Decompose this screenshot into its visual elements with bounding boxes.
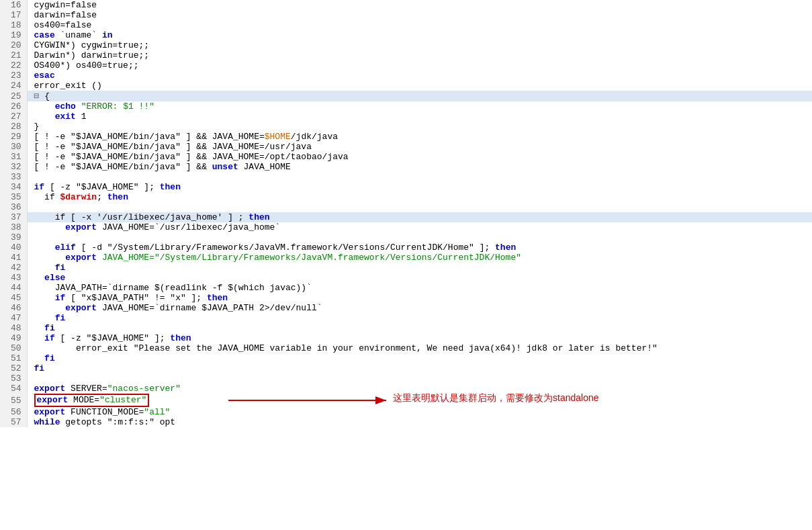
- line-content: Darwin*) darwin=true;;: [27, 50, 812, 60]
- line-number: 19: [0, 30, 27, 40]
- line-content: case `uname` in: [27, 30, 812, 40]
- table-row: 50 error_exit "Please set the JAVA_HOME …: [0, 343, 812, 353]
- line-content: OS400*) os400=true;;: [27, 60, 812, 71]
- line-content: error_exit (): [27, 81, 812, 91]
- line-number: 27: [0, 112, 27, 122]
- line-content: if [ -x '/usr/libexec/java_home' ] ; the…: [27, 212, 812, 222]
- line-number: 52: [0, 363, 27, 373]
- line-number: 25: [0, 91, 27, 101]
- table-row: 44 JAVA_PATH=`dirname $(readlink -f $(wh…: [0, 283, 812, 293]
- code-viewer: 16cygwin=false17darwin=false18os400=fals…: [0, 0, 812, 530]
- table-row: 51 fi: [0, 353, 812, 363]
- line-number: 53: [0, 373, 27, 384]
- line-number: 40: [0, 242, 27, 253]
- table-row: 26 echo "ERROR: $1 !!": [0, 101, 812, 112]
- line-content: export MODE="cluster": [27, 394, 812, 407]
- line-content: fi: [27, 353, 812, 363]
- table-row: 19case `uname` in: [0, 30, 812, 40]
- line-content: if [ "x$JAVA_PATH" != "x" ]; then: [27, 293, 812, 303]
- line-number: 16: [0, 0, 27, 10]
- line-content: [27, 232, 812, 242]
- line-content: export SERVER="nacos-server": [27, 384, 812, 394]
- table-row: 35 if $darwin; then: [0, 192, 812, 202]
- line-number: 54: [0, 384, 27, 394]
- table-row: 46 export JAVA_HOME=`dirname $JAVA_PATH …: [0, 303, 812, 313]
- line-number: 31: [0, 152, 27, 162]
- line-content: while getopts ":m:f:s:" opt: [27, 417, 812, 427]
- line-number: 42: [0, 263, 27, 273]
- line-content: if [ -z "$JAVA_HOME" ]; then: [27, 182, 812, 192]
- line-content: export JAVA_HOME=`/usr/libexec/java_home…: [27, 222, 812, 232]
- line-number: 56: [0, 407, 27, 417]
- line-content: CYGWIN*) cygwin=true;;: [27, 40, 812, 50]
- table-row: 25⊟ {: [0, 91, 812, 101]
- line-content: error_exit "Please set the JAVA_HOME var…: [27, 343, 812, 353]
- line-number: 24: [0, 81, 27, 91]
- table-row: 47 fi: [0, 313, 812, 323]
- table-row: 29[ ! -e "$JAVA_HOME/bin/java" ] && JAVA…: [0, 132, 812, 142]
- line-number: 50: [0, 343, 27, 353]
- table-row: 43 else: [0, 273, 812, 283]
- table-row: 52fi: [0, 363, 812, 373]
- line-number: 29: [0, 132, 27, 142]
- line-number: 30: [0, 142, 27, 152]
- table-row: 41 export JAVA_HOME="/System/Library/Fra…: [0, 253, 812, 263]
- line-number: 34: [0, 182, 27, 192]
- table-row: 33: [0, 172, 812, 182]
- table-row: 32[ ! -e "$JAVA_HOME/bin/java" ] && unse…: [0, 162, 812, 172]
- line-content: exit 1: [27, 112, 812, 122]
- line-content: [ ! -e "$JAVA_HOME/bin/java" ] && unset …: [27, 162, 812, 172]
- table-row: 27 exit 1: [0, 112, 812, 122]
- line-content: os400=false: [27, 20, 812, 30]
- line-content: fi: [27, 313, 812, 323]
- line-number: 21: [0, 50, 27, 60]
- line-content: [ ! -e "$JAVA_HOME/bin/java" ] && JAVA_H…: [27, 142, 812, 152]
- line-number: 41: [0, 253, 27, 263]
- line-content: cygwin=false: [27, 0, 812, 10]
- line-number: 38: [0, 222, 27, 232]
- table-row: 54export SERVER="nacos-server": [0, 384, 812, 394]
- table-row: 22OS400*) os400=true;;: [0, 60, 812, 71]
- line-content: [27, 373, 812, 384]
- line-content: fi: [27, 263, 812, 273]
- table-row: 55export MODE="cluster": [0, 394, 812, 407]
- line-content: }: [27, 122, 812, 132]
- table-row: 37 if [ -x '/usr/libexec/java_home' ] ; …: [0, 212, 812, 222]
- line-number: 23: [0, 71, 27, 81]
- table-row: 21Darwin*) darwin=true;;: [0, 50, 812, 60]
- line-number: 51: [0, 353, 27, 363]
- table-row: 24error_exit (): [0, 81, 812, 91]
- line-content: fi: [27, 323, 812, 333]
- line-content: [ ! -e "$JAVA_HOME/bin/java" ] && JAVA_H…: [27, 152, 812, 162]
- line-number: 37: [0, 212, 27, 222]
- line-content: if $darwin; then: [27, 192, 812, 202]
- line-number: 26: [0, 101, 27, 112]
- table-row: 20CYGWIN*) cygwin=true;;: [0, 40, 812, 50]
- line-content: [27, 202, 812, 212]
- line-number: 48: [0, 323, 27, 333]
- line-content: ⊟ {: [27, 91, 812, 101]
- line-number: 32: [0, 162, 27, 172]
- line-number: 44: [0, 283, 27, 293]
- line-number: 55: [0, 394, 27, 407]
- table-row: 48 fi: [0, 323, 812, 333]
- line-content: fi: [27, 363, 812, 373]
- line-number: 39: [0, 232, 27, 242]
- line-content: elif [ -d "/System/Library/Frameworks/Ja…: [27, 242, 812, 253]
- table-row: 39: [0, 232, 812, 242]
- line-content: [27, 172, 812, 182]
- line-number: 45: [0, 293, 27, 303]
- line-content: darwin=false: [27, 10, 812, 20]
- table-row: 16cygwin=false: [0, 0, 812, 10]
- line-content: export FUNCTION_MODE="all": [27, 407, 812, 417]
- line-number: 49: [0, 333, 27, 343]
- line-number: 22: [0, 60, 27, 71]
- line-number: 35: [0, 192, 27, 202]
- table-row: 31[ ! -e "$JAVA_HOME/bin/java" ] && JAVA…: [0, 152, 812, 162]
- table-row: 42 fi: [0, 263, 812, 273]
- line-content: export JAVA_HOME=`dirname $JAVA_PATH 2>/…: [27, 303, 812, 313]
- table-row: 49 if [ -z "$JAVA_HOME" ]; then: [0, 333, 812, 343]
- line-content: echo "ERROR: $1 !!": [27, 101, 812, 112]
- line-content: esac: [27, 71, 812, 81]
- line-number: 46: [0, 303, 27, 313]
